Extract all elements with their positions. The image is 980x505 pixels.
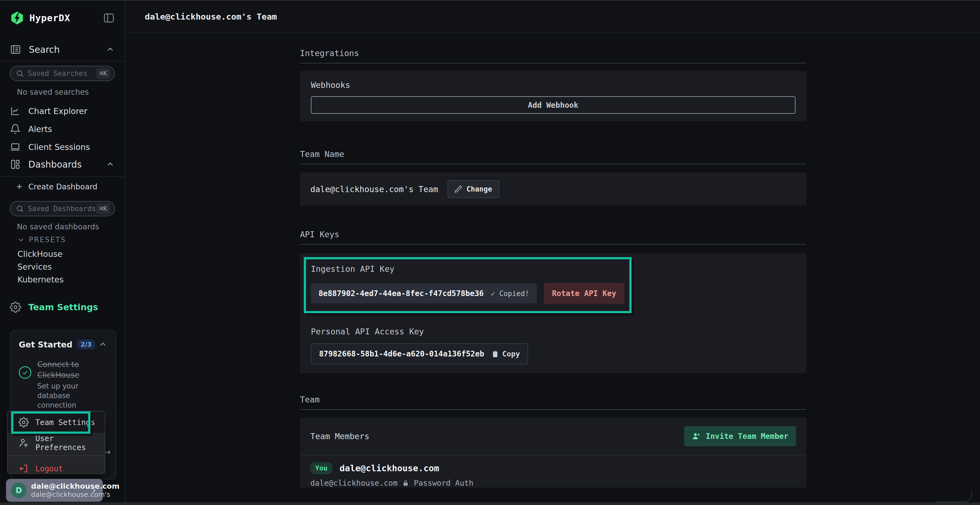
preset-clickhouse[interactable]: ClickHouse [0,248,125,259]
hyperdx-app: HyperDX Search [0,0,980,505]
menu-item-label: User Preferences [35,434,105,452]
logo-row: HyperDX [0,8,125,28]
team-settings-label: Team Settings [28,302,98,312]
no-saved-searches-note: No saved searches [17,87,89,97]
menu-divider [8,456,105,456]
settings-content: Integrations Webhooks Add Webhook Team N… [300,48,806,488]
chevron-up-icon[interactable] [106,160,115,169]
chevron-down-icon [17,236,25,244]
section-label-team-name: Team Name [300,149,806,159]
saved-searches-placeholder: Saved Searches [28,69,88,78]
team-members-title: Team Members [310,432,369,441]
webhooks-title: Webhooks [311,80,795,90]
sidebar-section-search[interactable]: Search [0,40,125,59]
chevron-up-icon[interactable] [98,340,108,349]
chart-explorer-icon [10,106,21,116]
divider [0,61,125,62]
pencil-icon [455,185,462,193]
search-section-label: Search [29,44,60,55]
user-team: dale@clickhouse.com's [31,491,90,499]
saved-dashboards-input[interactable]: Saved Dashboards ⌘K [10,201,115,216]
no-saved-dashboards-note: No saved dashboards [17,222,99,231]
team-name-value: dale@clickhouse.com's Team [310,184,438,194]
presets-toggle[interactable]: PRESETS [0,235,125,245]
preset-label: Services [18,262,52,272]
copied-status: ✓ Copied! [491,289,529,298]
sidebar-section-dashboards[interactable]: Dashboards [0,155,125,173]
preset-services[interactable]: Services [0,261,125,272]
personal-key-value: 87982668-58b1-4d6e-a620-014a136f52eb [319,349,484,358]
invite-label: Invite Team Member [706,432,788,441]
page-header: dale@clickhouse.com's Team [126,0,980,33]
webhooks-card: Webhooks Add Webhook [300,71,806,121]
check-circle-icon [19,366,31,379]
change-label: Change [466,185,492,193]
user-email: dale@clickhouse.com [31,482,90,491]
copy-button[interactable]: Copy [492,349,520,358]
rotate-api-key-button[interactable]: Rotate API Key [544,283,624,304]
lock-icon [402,480,409,487]
presets-label: PRESETS [29,236,66,244]
team-member-row: You dale@clickhouse.com dale@clickhouse.… [300,456,806,488]
hyperdx-logo-icon [10,11,24,25]
user-menu-popup: Team Settings User Preferences [7,411,105,474]
section-divider [300,244,806,245]
member-email-secondary: dale@clickhouse.com [310,479,398,488]
personal-key-chip[interactable]: 87982668-58b1-4d6e-a620-014a136f52eb Cop… [311,343,528,364]
auth-method-label: Password Auth [414,479,473,488]
avatar: D [11,483,27,498]
user-account-chip[interactable]: D dale@clickhouse.com dale@clickhouse.co… [6,479,103,502]
user-gear-icon [19,438,29,448]
menu-item-user-preferences[interactable]: User Preferences [8,433,105,453]
laptop-icon [10,141,21,152]
menu-item-team-settings[interactable]: Team Settings [8,412,105,433]
section-divider [300,164,806,164]
sidebar-item-label: Alerts [28,124,52,134]
step-title-line2: ClickHouse [37,370,105,380]
sidebar-item-chart-explorer[interactable]: Chart Explorer [0,105,125,117]
sidebar-item-client-sessions[interactable]: Client Sessions [0,141,125,153]
team-name-card: dale@clickhouse.com's Team Change [300,173,806,206]
window-corner-curve [937,490,972,502]
bottom-edge-strip [0,502,980,505]
sidebar: HyperDX Search [0,0,125,505]
brand-name: HyperDX [29,13,70,24]
section-divider [300,409,806,410]
preset-kubernetes[interactable]: Kubernetes [0,274,125,285]
saved-searches-input[interactable]: Saved Searches ⌘K [10,66,115,81]
ingestion-key-chip[interactable]: 8e887902-4ed7-44ea-8fec-f47cd578be36 ✓ C… [311,284,537,303]
api-keys-card: Ingestion API Key 8e887902-4ed7-44ea-8fe… [300,253,806,373]
sidebar-item-alerts[interactable]: Alerts [0,123,125,135]
invite-team-member-button[interactable]: Invite Team Member [684,426,796,446]
dashboards-section-label: Dashboards [28,159,82,170]
gear-icon [10,302,21,313]
logout-icon [19,464,29,474]
get-started-step-connect[interactable]: Connect to ClickHouse Set up your databa… [19,359,108,410]
collapse-sidebar-icon[interactable] [103,12,115,24]
step-title-line1: Connect to [37,359,105,370]
you-badge: You [310,462,332,474]
sidebar-item-label: Client Sessions [28,142,90,152]
menu-item-logout[interactable]: Logout [8,458,105,479]
search-section-icon [10,44,21,55]
page-title: dale@clickhouse.com's Team [145,12,277,22]
add-webhook-button[interactable]: Add Webhook [311,96,795,114]
dashboards-grid-icon [10,159,21,170]
shortcut-badge: ⌘K [96,68,111,79]
menu-item-label: Logout [35,464,63,473]
search-icon [16,205,24,213]
section-divider [300,63,806,64]
change-team-name-button[interactable]: Change [447,180,499,198]
chevron-up-icon[interactable] [106,45,115,54]
progress-badge: 2/3 [77,340,95,349]
ingestion-key-title: Ingestion API Key [311,264,795,274]
create-dashboard-button[interactable]: Create Dashboard [0,181,125,192]
shortcut-badge: ⌘K [96,203,111,214]
member-email: dale@clickhouse.com [339,463,439,473]
menu-item-label: Team Settings [35,418,95,427]
bell-icon [10,124,21,134]
create-dashboard-label: Create Dashboard [28,182,97,191]
team-members-card: Team Members Invite Team Member [300,418,806,488]
sidebar-item-team-settings[interactable]: Team Settings [0,301,125,314]
divider [0,176,125,177]
